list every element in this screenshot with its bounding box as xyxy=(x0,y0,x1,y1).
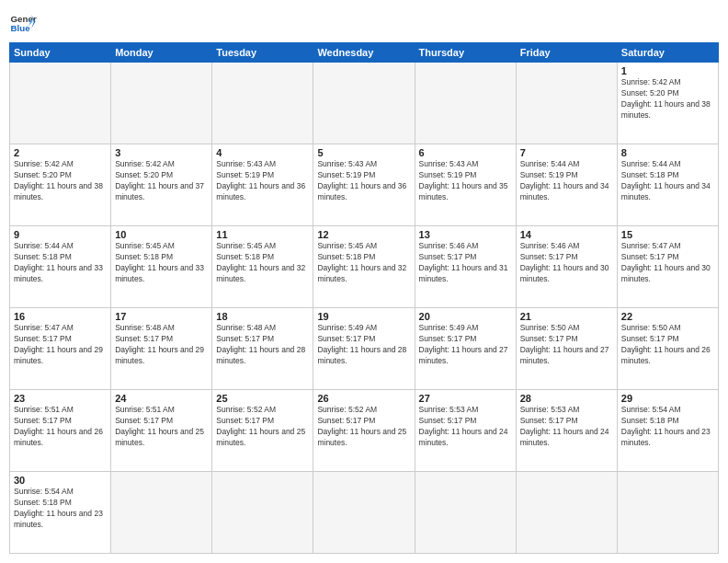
table-row xyxy=(313,472,415,554)
table-row: 8Sunrise: 5:44 AM Sunset: 5:18 PM Daylig… xyxy=(617,144,718,226)
table-row: 3Sunrise: 5:42 AM Sunset: 5:20 PM Daylig… xyxy=(111,144,212,226)
day-number: 27 xyxy=(419,393,512,404)
day-info: Sunrise: 5:44 AM Sunset: 5:18 PM Dayligh… xyxy=(14,241,107,285)
day-info: Sunrise: 5:54 AM Sunset: 5:18 PM Dayligh… xyxy=(14,487,107,531)
table-row: 23Sunrise: 5:51 AM Sunset: 5:17 PM Dayli… xyxy=(10,390,111,472)
day-info: Sunrise: 5:52 AM Sunset: 5:17 PM Dayligh… xyxy=(216,405,309,449)
day-info: Sunrise: 5:49 AM Sunset: 5:17 PM Dayligh… xyxy=(419,323,512,367)
day-number: 21 xyxy=(520,311,613,322)
table-row xyxy=(617,472,718,554)
table-row xyxy=(415,63,516,144)
header-thursday: Thursday xyxy=(415,43,516,63)
day-info: Sunrise: 5:48 AM Sunset: 5:17 PM Dayligh… xyxy=(216,323,309,367)
header-monday: Monday xyxy=(111,43,212,63)
day-info: Sunrise: 5:44 AM Sunset: 5:19 PM Dayligh… xyxy=(520,159,613,203)
day-number: 2 xyxy=(14,147,107,158)
day-number: 24 xyxy=(115,393,208,404)
table-row: 16Sunrise: 5:47 AM Sunset: 5:17 PM Dayli… xyxy=(10,308,111,390)
day-number: 29 xyxy=(621,393,714,404)
table-row: 7Sunrise: 5:44 AM Sunset: 5:19 PM Daylig… xyxy=(516,144,617,226)
header-tuesday: Tuesday xyxy=(212,43,313,63)
day-number: 12 xyxy=(317,229,410,240)
day-info: Sunrise: 5:44 AM Sunset: 5:18 PM Dayligh… xyxy=(621,159,714,203)
calendar-row-4: 16Sunrise: 5:47 AM Sunset: 5:17 PM Dayli… xyxy=(10,308,719,390)
day-info: Sunrise: 5:47 AM Sunset: 5:17 PM Dayligh… xyxy=(14,323,107,367)
table-row xyxy=(111,63,212,144)
header-friday: Friday xyxy=(516,43,617,63)
day-number: 25 xyxy=(216,393,309,404)
table-row: 6Sunrise: 5:43 AM Sunset: 5:19 PM Daylig… xyxy=(415,144,516,226)
day-number: 30 xyxy=(14,475,107,486)
table-row: 11Sunrise: 5:45 AM Sunset: 5:18 PM Dayli… xyxy=(212,226,313,308)
table-row: 15Sunrise: 5:47 AM Sunset: 5:17 PM Dayli… xyxy=(617,226,718,308)
day-info: Sunrise: 5:46 AM Sunset: 5:17 PM Dayligh… xyxy=(520,241,613,285)
day-info: Sunrise: 5:53 AM Sunset: 5:17 PM Dayligh… xyxy=(520,405,613,449)
day-info: Sunrise: 5:51 AM Sunset: 5:17 PM Dayligh… xyxy=(115,405,208,449)
day-number: 7 xyxy=(520,147,613,158)
weekday-header-row: Sunday Monday Tuesday Wednesday Thursday… xyxy=(10,43,719,63)
day-number: 23 xyxy=(14,393,107,404)
table-row: 1Sunrise: 5:42 AM Sunset: 5:20 PM Daylig… xyxy=(617,63,718,144)
table-row: 12Sunrise: 5:45 AM Sunset: 5:18 PM Dayli… xyxy=(313,226,415,308)
day-number: 26 xyxy=(317,393,410,404)
day-info: Sunrise: 5:42 AM Sunset: 5:20 PM Dayligh… xyxy=(115,159,208,203)
day-number: 22 xyxy=(621,311,714,322)
day-number: 13 xyxy=(419,229,512,240)
day-info: Sunrise: 5:53 AM Sunset: 5:17 PM Dayligh… xyxy=(419,405,512,449)
table-row: 5Sunrise: 5:43 AM Sunset: 5:19 PM Daylig… xyxy=(313,144,415,226)
table-row: 24Sunrise: 5:51 AM Sunset: 5:17 PM Dayli… xyxy=(111,390,212,472)
day-info: Sunrise: 5:43 AM Sunset: 5:19 PM Dayligh… xyxy=(419,159,512,203)
table-row: 22Sunrise: 5:50 AM Sunset: 5:17 PM Dayli… xyxy=(617,308,718,390)
table-row: 13Sunrise: 5:46 AM Sunset: 5:17 PM Dayli… xyxy=(415,226,516,308)
table-row xyxy=(111,472,212,554)
day-info: Sunrise: 5:50 AM Sunset: 5:17 PM Dayligh… xyxy=(621,323,714,367)
calendar-row-6: 30Sunrise: 5:54 AM Sunset: 5:18 PM Dayli… xyxy=(10,472,719,554)
logo-icon: General Blue xyxy=(9,9,37,37)
calendar-row-1: 1Sunrise: 5:42 AM Sunset: 5:20 PM Daylig… xyxy=(10,63,719,144)
table-row: 10Sunrise: 5:45 AM Sunset: 5:18 PM Dayli… xyxy=(111,226,212,308)
day-number: 18 xyxy=(216,311,309,322)
table-row: 30Sunrise: 5:54 AM Sunset: 5:18 PM Dayli… xyxy=(10,472,111,554)
calendar-row-5: 23Sunrise: 5:51 AM Sunset: 5:17 PM Dayli… xyxy=(10,390,719,472)
day-info: Sunrise: 5:47 AM Sunset: 5:17 PM Dayligh… xyxy=(621,241,714,285)
table-row xyxy=(10,63,111,144)
table-row: 28Sunrise: 5:53 AM Sunset: 5:17 PM Dayli… xyxy=(516,390,617,472)
table-row: 25Sunrise: 5:52 AM Sunset: 5:17 PM Dayli… xyxy=(212,390,313,472)
day-info: Sunrise: 5:42 AM Sunset: 5:20 PM Dayligh… xyxy=(621,77,714,121)
day-number: 10 xyxy=(115,229,208,240)
day-number: 14 xyxy=(520,229,613,240)
day-info: Sunrise: 5:45 AM Sunset: 5:18 PM Dayligh… xyxy=(216,241,309,285)
table-row xyxy=(415,472,516,554)
day-info: Sunrise: 5:46 AM Sunset: 5:17 PM Dayligh… xyxy=(419,241,512,285)
header-saturday: Saturday xyxy=(617,43,718,63)
day-info: Sunrise: 5:42 AM Sunset: 5:20 PM Dayligh… xyxy=(14,159,107,203)
day-number: 5 xyxy=(317,147,410,158)
table-row: 27Sunrise: 5:53 AM Sunset: 5:17 PM Dayli… xyxy=(415,390,516,472)
table-row xyxy=(516,472,617,554)
day-info: Sunrise: 5:54 AM Sunset: 5:18 PM Dayligh… xyxy=(621,405,714,449)
logo: General Blue xyxy=(9,9,37,37)
day-number: 9 xyxy=(14,229,107,240)
table-row: 17Sunrise: 5:48 AM Sunset: 5:17 PM Dayli… xyxy=(111,308,212,390)
table-row xyxy=(212,472,313,554)
day-info: Sunrise: 5:52 AM Sunset: 5:17 PM Dayligh… xyxy=(317,405,410,449)
table-row: 29Sunrise: 5:54 AM Sunset: 5:18 PM Dayli… xyxy=(617,390,718,472)
day-info: Sunrise: 5:48 AM Sunset: 5:17 PM Dayligh… xyxy=(115,323,208,367)
table-row: 26Sunrise: 5:52 AM Sunset: 5:17 PM Dayli… xyxy=(313,390,415,472)
header-sunday: Sunday xyxy=(10,43,111,63)
table-row: 4Sunrise: 5:43 AM Sunset: 5:19 PM Daylig… xyxy=(212,144,313,226)
day-info: Sunrise: 5:45 AM Sunset: 5:18 PM Dayligh… xyxy=(115,241,208,285)
table-row: 14Sunrise: 5:46 AM Sunset: 5:17 PM Dayli… xyxy=(516,226,617,308)
day-number: 6 xyxy=(419,147,512,158)
table-row: 2Sunrise: 5:42 AM Sunset: 5:20 PM Daylig… xyxy=(10,144,111,226)
table-row: 21Sunrise: 5:50 AM Sunset: 5:17 PM Dayli… xyxy=(516,308,617,390)
table-row: 9Sunrise: 5:44 AM Sunset: 5:18 PM Daylig… xyxy=(10,226,111,308)
day-number: 11 xyxy=(216,229,309,240)
day-number: 20 xyxy=(419,311,512,322)
day-number: 1 xyxy=(621,65,714,76)
day-info: Sunrise: 5:51 AM Sunset: 5:17 PM Dayligh… xyxy=(14,405,107,449)
day-number: 17 xyxy=(115,311,208,322)
day-number: 15 xyxy=(621,229,714,240)
header-wednesday: Wednesday xyxy=(313,43,415,63)
table-row: 18Sunrise: 5:48 AM Sunset: 5:17 PM Dayli… xyxy=(212,308,313,390)
